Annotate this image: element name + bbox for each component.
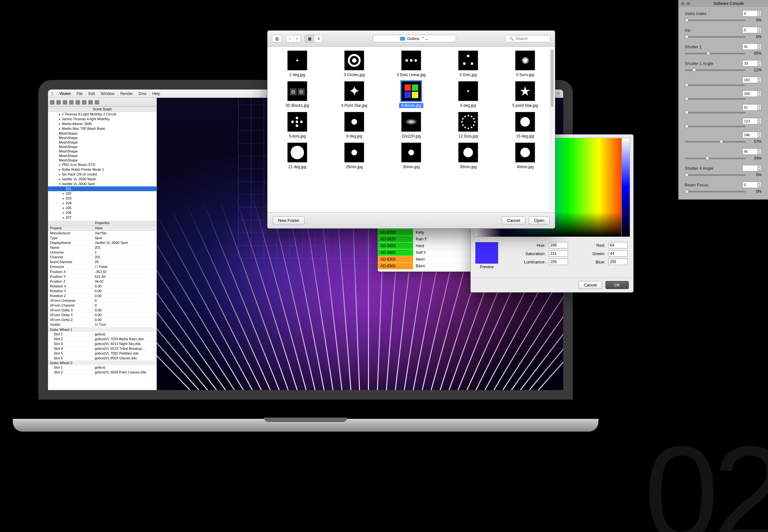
- property-value[interactable]: 0.00: [93, 313, 156, 317]
- file-item[interactable]: 3 Circles.jpg: [327, 51, 381, 77]
- tree-item[interactable]: J Thomas 8-Light Molefay 2 Circuit: [48, 112, 156, 117]
- tree-item[interactable]: MeshShape: [48, 131, 156, 136]
- property-value[interactable]: 0.00: [93, 293, 156, 298]
- tool-icon[interactable]: [63, 100, 67, 105]
- tree-item[interactable]: 207: [48, 215, 156, 220]
- property-value[interactable]: 0.00: [93, 317, 156, 322]
- scene-graph-tree[interactable]: J Thomas 8-Light Molefay 2 CircuitJames …: [48, 112, 156, 221]
- luminance-bar[interactable]: [622, 138, 630, 237]
- minimize-icon[interactable]: [686, 2, 690, 5]
- slider[interactable]: [685, 112, 746, 113]
- tree-item[interactable]: PRG Icon Beam STD: [48, 162, 156, 167]
- slider[interactable]: [685, 53, 746, 54]
- tree-item[interactable]: 202: [48, 191, 156, 196]
- stepper[interactable]: ▴▾: [758, 148, 762, 155]
- property-value[interactable]: 1: [93, 250, 156, 254]
- property-value[interactable]: -353.32: [93, 270, 156, 274]
- tool-icon[interactable]: [56, 100, 61, 105]
- tree-item[interactable]: MeshShape: [48, 136, 156, 140]
- stepper[interactable]: ▴▾: [758, 77, 762, 83]
- property-value[interactable]: Vari*lite: [93, 231, 156, 235]
- property-value[interactable]: 0: [93, 298, 156, 303]
- slider[interactable]: [685, 191, 746, 192]
- tree-item[interactable]: Robe Robin Pointe Mode 1: [48, 167, 156, 172]
- app-name[interactable]: Vision: [59, 91, 71, 96]
- file-item[interactable]: 2 deg.jpg: [270, 51, 325, 77]
- sidebar-toggle[interactable]: ▥: [272, 35, 282, 43]
- list-view-button[interactable]: ≡: [315, 35, 323, 42]
- tree-item[interactable]: 203: [48, 196, 156, 201]
- tree-item[interactable]: MeshShape: [48, 149, 156, 153]
- folder-dropdown[interactable]: Gobos ⌃⌄: [373, 35, 456, 42]
- property-value[interactable]: 0: [93, 303, 156, 308]
- property-value[interactable]: 201: [93, 255, 156, 259]
- tree-item[interactable]: MeshShape: [48, 145, 156, 149]
- file-item[interactable]: 4-Boxes.jpg: [384, 81, 438, 108]
- file-item[interactable]: 21 deg.jpg: [270, 143, 325, 169]
- value-input[interactable]: 61: [742, 104, 758, 111]
- tree-item[interactable]: Martin Mac 700 Wash Basic: [48, 126, 156, 131]
- tree-item[interactable]: MeshShape: [48, 140, 156, 145]
- tree-item[interactable]: MeshShape: [48, 153, 156, 158]
- menu-render[interactable]: Render: [120, 91, 133, 96]
- stepper[interactable]: ▴▾: [758, 165, 762, 171]
- tool-icon[interactable]: [82, 100, 86, 105]
- stepper[interactable]: ▴▾: [758, 132, 762, 138]
- tool-icon[interactable]: [69, 100, 74, 105]
- stepper[interactable]: ▴▾: [758, 104, 762, 111]
- hue-input[interactable]: [549, 242, 568, 248]
- apple-icon[interactable]: : [52, 91, 53, 96]
- file-item[interactable]: 15 deg.jpg: [498, 112, 552, 139]
- menu-extras-icon[interactable]: ≡: [557, 91, 559, 96]
- icon-view-button[interactable]: ▦: [305, 35, 315, 42]
- slider[interactable]: [685, 98, 746, 100]
- red-input[interactable]: [608, 242, 628, 248]
- tool-icon[interactable]: [75, 100, 80, 105]
- tree-item[interactable]: MeshShape: [48, 158, 156, 162]
- menu-edit[interactable]: Edit: [88, 91, 95, 96]
- tool-icon[interactable]: [95, 100, 99, 105]
- scrollbar[interactable]: [550, 48, 554, 211]
- property-value[interactable]: 531.50: [93, 274, 156, 279]
- value-input[interactable]: 86: [742, 148, 758, 155]
- property-value[interactable]: 0.00: [93, 308, 156, 312]
- close-icon[interactable]: [681, 2, 685, 5]
- file-item[interactable]: 5 deg.jpg: [441, 81, 495, 108]
- slider[interactable]: [685, 84, 746, 86]
- value-input[interactable]: 0: [742, 182, 758, 188]
- value-input[interactable]: 182: [742, 77, 758, 83]
- file-item[interactable]: 35mm.jpg: [441, 143, 495, 169]
- new-folder-button[interactable]: New Folder: [273, 216, 305, 224]
- tree-item[interactable]: Varilite VL 3500 Wash: [48, 177, 156, 182]
- file-item[interactable]: 25mm.jpg: [327, 143, 381, 169]
- gobo-wheel-2-group[interactable]: Gobo Wheel 2: [48, 361, 156, 365]
- value-input[interactable]: 200: [742, 90, 758, 97]
- stepper[interactable]: ▴▾: [758, 27, 762, 33]
- gobo-wheel-1-group[interactable]: Gobo Wheel 1: [48, 327, 156, 332]
- slider[interactable]: [685, 36, 746, 38]
- property-value[interactable]: Varilite VL-3000 Spot: [93, 240, 156, 245]
- property-value[interactable]: Spot: [93, 236, 156, 240]
- file-item[interactable]: 12 Dots.jpg: [441, 112, 495, 139]
- file-item[interactable]: ✦4 Point Star.jpg: [327, 81, 381, 108]
- tool-icon[interactable]: [50, 100, 54, 105]
- menu-dmx[interactable]: Dmx: [138, 91, 146, 96]
- back-button[interactable]: ‹: [286, 35, 294, 42]
- file-item[interactable]: 9 deg.jpg: [327, 112, 381, 139]
- file-item[interactable]: 40mm.jpg: [498, 143, 552, 169]
- tree-item[interactable]: 206: [48, 210, 156, 215]
- stepper[interactable]: ▴▾: [758, 90, 762, 97]
- file-item[interactable]: 3 Dots.jpg: [441, 51, 495, 77]
- value-input[interactable]: 91: [742, 43, 758, 50]
- tree-item[interactable]: 205: [48, 206, 156, 210]
- tree-item[interactable]: Martin Atomic 3000: [48, 121, 156, 126]
- saturation-input[interactable]: [549, 250, 568, 257]
- file-item[interactable]: ✺3 Suns.jpg: [498, 51, 552, 77]
- file-grid[interactable]: 2 deg.jpg3 Circles.jpg3 Dots Linear.jpg3…: [270, 51, 552, 169]
- green-input[interactable]: [608, 250, 628, 257]
- slider[interactable]: [685, 174, 746, 176]
- cancel-button[interactable]: Cancel: [502, 216, 525, 224]
- tree-item[interactable]: Varilite VL-3000 Spot: [48, 182, 156, 186]
- stepper[interactable]: ▴▾: [758, 10, 762, 17]
- value-input[interactable]: [742, 165, 758, 171]
